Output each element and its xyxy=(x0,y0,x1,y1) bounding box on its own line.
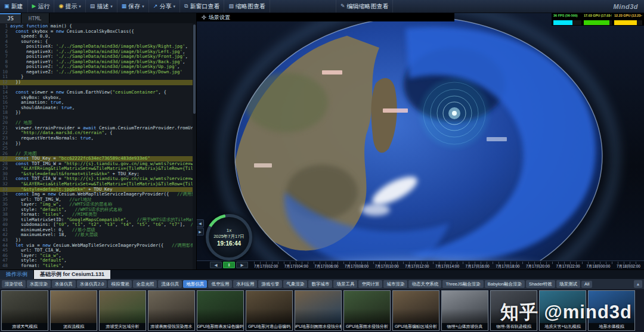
example-thumbnail[interactable]: 滑坡天气模拟 xyxy=(1,290,48,331)
category-tab[interactable]: 水利应用 xyxy=(233,280,257,288)
timeline-tick-label: 7月17日10:00 xyxy=(375,263,399,269)
save-button[interactable]: ▦保存▾ xyxy=(117,0,149,13)
timeline-tick-label: 7月17日12:00 xyxy=(405,263,429,269)
category-tab[interactable]: 地形仿真 xyxy=(183,280,207,288)
thumbnail-label: 物理+山体滑坡仿真 xyxy=(442,323,488,330)
timeline-bar[interactable]: 7月17日02:007月17日04:007月17日06:007月17日08:00… xyxy=(197,260,644,269)
category-tab[interactable]: 数字城市 xyxy=(308,280,332,288)
toolbar-button-label: 缩略图查看 xyxy=(236,2,265,11)
pause-button[interactable]: ‖ xyxy=(223,262,235,268)
editor-scrollbar-thumb[interactable] xyxy=(193,24,196,114)
category-tab[interactable]: 渲染管线 xyxy=(2,280,26,288)
example-thumbnail[interactable]: GPU地形剖面雨水侵蚀分析 xyxy=(295,290,342,331)
category-tab[interactable]: 水体仿真2.0 xyxy=(77,280,107,288)
category-tab[interactable]: 场景测试 xyxy=(556,280,580,288)
toolbar-button-label: 保存 xyxy=(128,2,140,11)
example-thumbnail[interactable]: GPU地形河道山谷编码 xyxy=(246,290,293,331)
timeline-tick-label: 7月17日16:00 xyxy=(466,263,490,269)
example-thumbnail[interactable]: 滑坡表面侵蚀渲染用水 xyxy=(148,290,195,331)
category-tab[interactable]: Shader特效 xyxy=(526,280,555,288)
code-line[interactable]: 18 }) xyxy=(0,110,196,116)
example-thumbnail[interactable]: GPU地形雨水侵蚀分析 xyxy=(343,290,391,331)
panel-tab-1[interactable]: 基础示例 for Cesium1.131 xyxy=(34,270,110,279)
new-window-view-button[interactable]: ⧉新窗口查看 xyxy=(180,0,224,13)
category-tab[interactable]: 游戏引擎 xyxy=(258,280,282,288)
thumbnail-view-button[interactable]: ▧缩略图查看 xyxy=(224,0,270,13)
category-tab[interactable]: 城市渲染 xyxy=(383,280,407,288)
code-line[interactable]: 11 } xyxy=(0,75,196,80)
example-thumbnail[interactable]: GPU地形编贴区域分析 xyxy=(392,290,439,331)
example-thumbnail[interactable]: 泥石流模拟 xyxy=(50,290,97,331)
category-tab[interactable]: 流体仿真 xyxy=(158,280,182,288)
edit-thumbnail-view-button[interactable]: ✎编辑缩略图查看 xyxy=(336,0,394,13)
category-tab[interactable]: ThreeJS融合渲染 xyxy=(442,280,483,288)
code-line[interactable]: 42 maximumLevel: 18, //最大层级 xyxy=(0,232,196,238)
hint-icon: ◉ xyxy=(58,4,63,9)
describe-button[interactable]: ▤描述▾ xyxy=(86,0,117,13)
code-line[interactable]: 12 }) xyxy=(0,80,196,85)
timeline-tick-label: 7月17日14:00 xyxy=(435,263,459,269)
timeline-tick-label: 7月18日02:00 xyxy=(617,263,640,269)
category-tab[interactable]: 水面渲染 xyxy=(27,280,51,288)
step-back-button[interactable]: ◀ xyxy=(210,262,222,268)
code-line[interactable]: 17 shouldAnimate: true, xyxy=(0,106,196,111)
timeline-labels: 7月17日02:007月17日04:007月17日06:007月17日08:00… xyxy=(254,263,640,269)
app-window: ▣新建▶运行◉提示▾▤描述▾▦保存▾↗分享▾⧉新窗口查看▧缩略图查看✎编辑缩略图… xyxy=(0,0,644,332)
category-tab[interactable]: All xyxy=(581,281,592,288)
code-line[interactable]: 48 format: "tiles", xyxy=(0,263,196,269)
category-tab[interactable]: 全息光照 xyxy=(133,280,157,288)
chevron-down-icon: ▾ xyxy=(142,4,144,9)
category-tab[interactable]: 场景工具 xyxy=(333,280,357,288)
category-tab[interactable]: 模拟雪淞 xyxy=(108,280,132,288)
category-tab[interactable]: Babylon融合渲染 xyxy=(485,280,525,288)
timeline-tick-label: 7月17日20:00 xyxy=(526,263,550,269)
editor-tab-html[interactable]: HTML xyxy=(21,13,49,23)
example-thumbnail[interactable]: 物理+山体滑坡仿真 xyxy=(441,290,488,331)
editor-scrollbar[interactable] xyxy=(193,23,196,269)
scene-settings-button[interactable]: 场景设置 xyxy=(197,14,235,21)
clock-shuttle-ring[interactable]: 1x 2025年7月17日 19:16:44 xyxy=(206,214,252,260)
share-button[interactable]: ↗分享▾ xyxy=(149,0,180,13)
collapse-panel-button[interactable]: ▲ xyxy=(634,280,642,288)
code-line[interactable]: 10 negativeZ: './../SampleData/mind3d/im… xyxy=(0,70,196,75)
thumbnail-image xyxy=(246,291,292,323)
thumbnail-label: 滑坡天气模拟 xyxy=(2,323,48,330)
play-icon: ▶ xyxy=(32,4,36,9)
category-tab[interactable]: 空间计算 xyxy=(358,280,382,288)
category-tab[interactable]: 水体仿真 xyxy=(52,280,76,288)
play-forward-button[interactable]: ▶ xyxy=(236,262,248,268)
new-button[interactable]: ▣新建 xyxy=(0,0,28,13)
thumbnail-label: 滑坡受灾区域分析 xyxy=(100,323,145,330)
category-tab-bar: 渲染管线水面渲染水体仿真水体仿真2.0模拟雪淞全息光照流体仿真地形仿真低空应用水… xyxy=(0,279,644,289)
toolbar-button-group: ▣新建▶运行◉提示▾▤描述▾▦保存▾↗分享▾⧉新窗口查看▧缩略图查看✎编辑缩略图… xyxy=(0,0,393,13)
category-tab[interactable]: 气象渲染 xyxy=(283,280,307,288)
toolbar-button-label: 运行 xyxy=(38,2,49,11)
toolbar-button-label: 分享 xyxy=(159,2,171,11)
example-thumbnail[interactable]: 滑坡受灾区域分析 xyxy=(99,290,146,331)
timeline-tick-label: 7月17日04:00 xyxy=(284,263,308,269)
mind3d-logo: Mind3d xyxy=(614,3,639,10)
pause-button-icon: ‖ xyxy=(228,263,230,267)
globe-viewport[interactable] xyxy=(197,13,644,269)
describe-icon: ▤ xyxy=(90,4,95,9)
code-text: maximumLevel: 18, //最大层级 xyxy=(10,232,98,238)
panel-tab-0[interactable]: 操作示例 xyxy=(0,270,34,279)
code-text: }) xyxy=(10,141,21,147)
thumbnail-view-icon: ▧ xyxy=(228,4,234,9)
category-tab[interactable]: 动态天空系统 xyxy=(408,280,441,288)
code-line[interactable]: 24 }) xyxy=(0,141,196,147)
hint-button[interactable]: ◉提示▾ xyxy=(54,0,85,13)
category-tab[interactable]: 低空应用 xyxy=(208,280,232,288)
thumbnail-image xyxy=(2,291,48,323)
code-area[interactable]: 1async function main() {2 const skybox =… xyxy=(0,23,196,269)
line-number: 48 xyxy=(0,263,10,269)
code-line[interactable]: 23 requestVertexNormals: true, xyxy=(0,136,196,141)
chevron-down-icon: ▾ xyxy=(110,4,113,9)
thumbnail-image xyxy=(393,291,439,323)
fps-meter-bar xyxy=(614,20,642,25)
editor-tab-js[interactable]: JS xyxy=(0,13,21,23)
thumbnail-label: GPU地形雨水侵蚀分析 xyxy=(344,323,390,330)
run-button[interactable]: ▶运行 xyxy=(28,0,55,13)
example-thumbnail[interactable]: GPU地形雨表发绿色编码 xyxy=(197,290,244,331)
fps-meter-1: 17.03 GPU (17.03-50) xyxy=(583,14,613,25)
